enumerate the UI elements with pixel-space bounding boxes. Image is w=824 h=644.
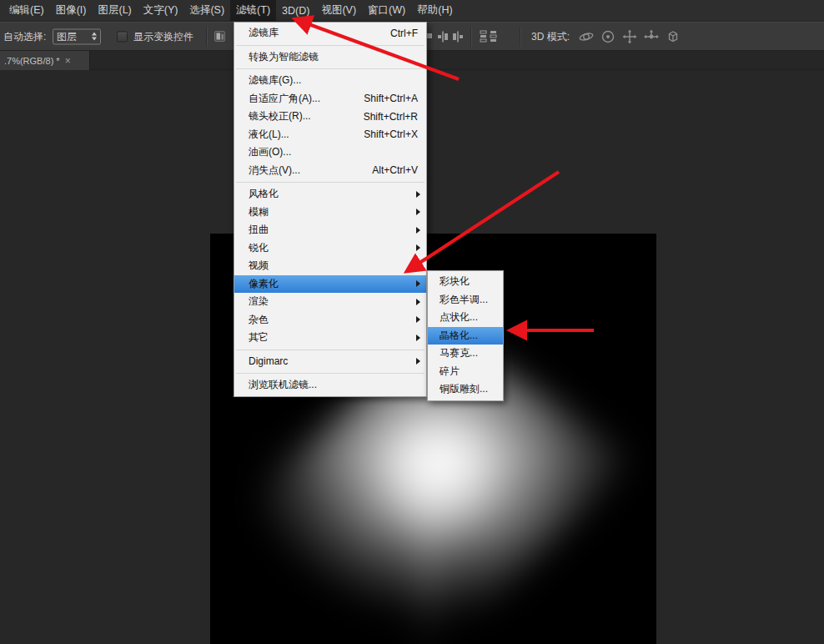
auto-select-dropdown[interactable]: 图层 — [53, 28, 101, 44]
auto-select-label: 自动选择: — [3, 29, 46, 43]
menu-item-label: Digimarc — [249, 355, 288, 367]
menubar-item[interactable]: 视图(V) — [315, 0, 362, 21]
photoshop-window: 编辑(E)图像(I)图层(L)文字(Y)选择(S)滤镜(T)3D(D)视图(V)… — [0, 0, 824, 644]
filter-menu-item[interactable]: 渲染 — [234, 293, 426, 311]
submenu-arrow-icon — [416, 263, 420, 269]
pixelate-submenu-item[interactable]: 马赛克... — [428, 345, 503, 363]
menu-item-label: 碎片 — [440, 365, 460, 379]
menu-item-label: 其它 — [249, 330, 269, 345]
menu-item-label: 杂色 — [249, 313, 269, 327]
menu-item-label: 消失点(V)... — [249, 164, 300, 178]
menu-item-shortcut: Shift+Ctrl+R — [364, 111, 418, 123]
filter-menu-item[interactable]: 像素化 — [234, 275, 426, 294]
menu-item-label: 视频 — [249, 259, 269, 273]
pixelate-submenu: 彩块化彩色半调...点状化...晶格化...马赛克...碎片铜版雕刻... — [427, 270, 504, 401]
filter-menu-item[interactable]: 扭曲 — [234, 221, 426, 239]
menu-item-label: 油画(O)... — [249, 145, 291, 159]
3d-slide-icon[interactable] — [643, 28, 660, 45]
menubar-item[interactable]: 图像(I) — [50, 0, 93, 21]
menubar-item[interactable]: 文字(Y) — [138, 0, 184, 21]
menubar-item[interactable]: 滤镜(T) — [230, 0, 276, 21]
filter-menu-item[interactable]: 液化(L)...Shift+Ctrl+X — [234, 126, 426, 144]
menubar-item[interactable]: 选择(S) — [183, 0, 230, 21]
menu-item-label: 点状化... — [440, 310, 478, 325]
3d-roll-icon[interactable] — [600, 28, 616, 45]
menu-item-label: 滤镜库 — [249, 26, 279, 40]
filter-menu-item[interactable]: 其它 — [234, 329, 426, 347]
menu-item-label: 转换为智能滤镜 — [249, 50, 319, 64]
filter-menu-item[interactable]: 油画(O)... — [234, 143, 426, 162]
submenu-arrow-icon — [416, 244, 420, 251]
distribute-icon[interactable] — [479, 30, 499, 43]
submenu-arrow-icon — [416, 335, 420, 341]
separator — [206, 27, 207, 47]
menubar-item[interactable]: 窗口(W) — [362, 0, 411, 21]
document-tab-title: .7%(RGB/8) * — [4, 56, 60, 66]
menu-item-label: 彩色半调... — [440, 293, 488, 307]
menubar-item[interactable]: 3D(D) — [276, 0, 315, 21]
menu-item-label: 马赛克... — [440, 346, 478, 360]
menubar-item[interactable]: 帮助(H) — [411, 0, 458, 21]
menu-separator — [236, 350, 425, 350]
tab-close-icon[interactable]: × — [65, 56, 71, 66]
filter-menu-item[interactable]: 锐化 — [234, 239, 426, 258]
filter-menu: 滤镜库Ctrl+F转换为智能滤镜滤镜库(G)...自适应广角(A)...Shif… — [234, 22, 427, 397]
document-tab[interactable]: .7%(RGB/8) * × — [0, 51, 90, 70]
filter-menu-item[interactable]: 浏览联机滤镜... — [234, 376, 426, 395]
menubar-item[interactable]: 图层(L) — [92, 0, 137, 21]
menu-item-label: 液化(L)... — [249, 128, 289, 142]
submenu-arrow-icon — [416, 299, 420, 305]
filter-menu-item[interactable]: 模糊 — [234, 204, 426, 222]
submenu-arrow-icon — [416, 316, 420, 323]
menu-item-label: 像素化 — [249, 277, 279, 291]
dropdown-spinner-icon — [92, 33, 97, 41]
pixelate-submenu-item[interactable]: 点状化... — [428, 309, 503, 327]
filter-menu-item[interactable]: 滤镜库(G)... — [234, 72, 426, 90]
filter-menu-item[interactable]: 镜头校正(R)...Shift+Ctrl+R — [234, 108, 426, 126]
menu-separator — [236, 373, 425, 374]
separator — [470, 27, 471, 47]
3d-pan-icon[interactable] — [621, 28, 638, 45]
menu-item-label: 晶格化... — [440, 329, 478, 343]
menu-item-label: 自适应广角(A)... — [249, 92, 320, 106]
menu-item-label: 风格化 — [249, 187, 279, 201]
menu-item-shortcut: Alt+Ctrl+V — [372, 164, 418, 176]
menu-item-label: 扭曲 — [249, 223, 269, 237]
pixelate-submenu-item[interactable]: 碎片 — [428, 363, 503, 381]
menu-separator — [236, 45, 425, 46]
menu-item-label: 铜版雕刻... — [440, 382, 488, 396]
menu-item-label: 锐化 — [249, 241, 269, 255]
3d-scale-icon[interactable] — [665, 28, 681, 45]
filter-menu-item[interactable]: 滤镜库Ctrl+F — [234, 24, 426, 43]
align-vertical-centers-icon[interactable] — [437, 31, 449, 43]
menu-separator — [236, 68, 425, 69]
show-transform-checkbox[interactable] — [117, 31, 128, 42]
pixelate-submenu-item[interactable]: 彩色半调... — [428, 291, 503, 309]
filter-menu-item[interactable]: 消失点(V)...Alt+Ctrl+V — [234, 162, 426, 180]
layer-thumbnail-icon[interactable] — [214, 30, 229, 43]
filter-menu-item[interactable]: 转换为智能滤镜 — [234, 48, 426, 67]
menu-separator — [236, 182, 425, 183]
menu-item-label: 滤镜库(G)... — [249, 73, 301, 88]
pixelate-submenu-item[interactable]: 彩块化 — [428, 273, 503, 291]
filter-menu-item[interactable]: 杂色 — [234, 311, 426, 330]
3d-rotate-icon[interactable] — [578, 28, 595, 45]
menu-item-label: 模糊 — [249, 205, 269, 219]
menu-item-label: 浏览联机滤镜... — [249, 378, 317, 392]
filter-menu-item[interactable]: 视频 — [234, 257, 426, 275]
align-bottom-edges-icon[interactable] — [452, 31, 464, 43]
menubar-item[interactable]: 编辑(E) — [3, 0, 50, 21]
show-transform-label: 显示变换控件 — [133, 29, 193, 43]
filter-menu-item[interactable]: Digimarc — [234, 353, 426, 371]
mode-3d-label: 3D 模式: — [531, 29, 570, 43]
separator — [520, 27, 520, 47]
filter-menu-item[interactable]: 风格化 — [234, 185, 426, 204]
submenu-arrow-icon — [416, 227, 420, 234]
menu-item-label: 渲染 — [249, 294, 269, 309]
pixelate-submenu-item[interactable]: 晶格化... — [428, 327, 503, 345]
menu-item-shortcut: Ctrl+F — [390, 28, 418, 39]
menu-item-label: 镜头校正(R)... — [249, 109, 311, 123]
menubar: 编辑(E)图像(I)图层(L)文字(Y)选择(S)滤镜(T)3D(D)视图(V)… — [0, 0, 824, 22]
filter-menu-item[interactable]: 自适应广角(A)...Shift+Ctrl+A — [234, 90, 426, 108]
pixelate-submenu-item[interactable]: 铜版雕刻... — [428, 380, 503, 399]
